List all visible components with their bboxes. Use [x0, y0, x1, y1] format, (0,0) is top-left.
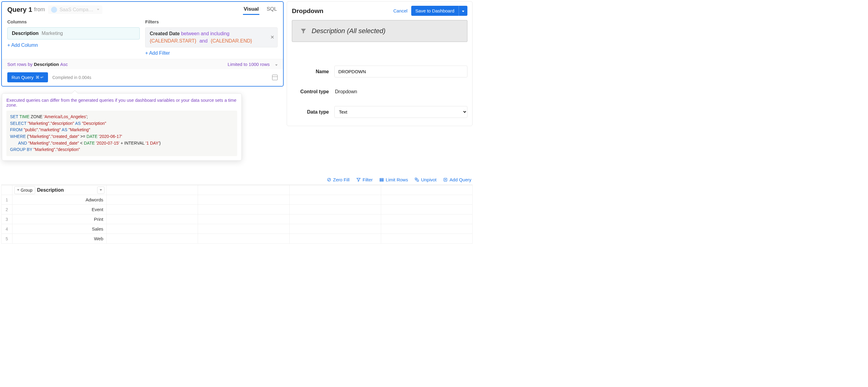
column-header-label: Description [37, 187, 97, 193]
row-index-header [2, 185, 12, 195]
sql-tooltip: Executed queries can differ from the gen… [2, 93, 242, 161]
query-title: Query 1 [7, 6, 32, 14]
row-index: 5 [2, 234, 12, 244]
filter-field: Created Date [150, 31, 180, 36]
datasource-icon [51, 7, 57, 13]
cell-description: Adwords [12, 195, 106, 205]
column-chip[interactable]: Description Marketing [7, 27, 140, 39]
limit-rows-button[interactable]: Limit Rows [379, 177, 408, 182]
row-index: 4 [2, 224, 12, 234]
sort-row[interactable]: Sort rows by Description Asc Limited to … [2, 59, 283, 69]
empty-col [106, 185, 198, 195]
run-query-button[interactable]: Run Query ⌘ ↵ [7, 72, 48, 82]
svg-line-1 [328, 179, 330, 180]
cancel-button[interactable]: Cancel [393, 8, 408, 13]
empty-col [381, 185, 472, 195]
filter-and: and [199, 38, 208, 43]
sort-column: Description [34, 62, 59, 67]
cell-description: Print [12, 214, 106, 224]
column-chip-sub: Marketing [41, 31, 63, 36]
cell-description: Sales [12, 224, 106, 234]
filter-var-end: {CALENDAR.END} [211, 38, 252, 43]
table-row[interactable]: 4 Sales [2, 224, 472, 234]
svg-rect-6 [417, 180, 419, 181]
zero-fill-icon [327, 177, 331, 182]
table-view-icon[interactable] [272, 75, 278, 80]
preview-text: Description (All selected) [312, 27, 385, 35]
chevron-down-icon [462, 11, 464, 12]
chevron-down-icon [100, 189, 102, 191]
filter-remove-icon[interactable]: ✕ [270, 34, 274, 41]
filter-button[interactable]: Filter [356, 177, 373, 182]
data-type-select[interactable]: Text [334, 106, 467, 118]
sort-prefix: Sort rows by [7, 62, 32, 67]
table-row[interactable]: 3 Print [2, 214, 472, 224]
rows-icon [379, 177, 384, 182]
control-type-value: Dropdown [334, 87, 358, 97]
columns-title: Columns [7, 19, 140, 24]
run-shortcut: ⌘ ↵ [35, 75, 44, 80]
column-header-description: Group Description [12, 185, 106, 195]
unpivot-icon [414, 177, 419, 182]
filter-icon [300, 28, 307, 34]
add-column-button[interactable]: + Add Column [7, 42, 38, 48]
column-chip-name: Description [12, 31, 38, 36]
datasource-selector[interactable]: SaaS Compa… [48, 5, 102, 14]
zero-fill-button[interactable]: Zero Fill [327, 177, 349, 182]
query-status: Completed in 0.004s [52, 75, 91, 80]
cell-description: Event [12, 205, 106, 214]
table-row[interactable]: 5 Web [2, 234, 472, 244]
row-limit[interactable]: Limited to 1000 rows [228, 62, 270, 67]
results-toolbar: Zero Fill Filter Limit Rows Unpivot Add … [1, 175, 472, 185]
control-type-label: Control type [292, 89, 334, 94]
empty-col [198, 185, 289, 195]
plus-icon [443, 177, 448, 182]
run-query-label: Run Query [11, 75, 34, 80]
panel-title: Dropdown [292, 7, 323, 14]
filter-chip[interactable]: Created Date between and including {CALE… [145, 27, 278, 48]
sort-direction: Asc [60, 62, 68, 67]
svg-rect-5 [415, 178, 417, 180]
datasource-name: SaaS Compa… [60, 7, 93, 12]
svg-rect-2 [380, 178, 383, 179]
name-label: Name [292, 69, 334, 75]
add-query-button[interactable]: Add Query [443, 177, 471, 182]
chevron-down-icon [17, 189, 20, 191]
chevron-down-icon[interactable] [275, 62, 278, 67]
save-to-dashboard-button[interactable]: Save to Dashboard [411, 6, 459, 16]
empty-col [289, 185, 381, 195]
tab-visual[interactable]: Visual [243, 4, 259, 15]
save-dropdown-button[interactable] [459, 6, 467, 16]
tab-sql[interactable]: SQL [266, 4, 278, 15]
data-type-label: Data type [292, 109, 334, 115]
results-table: Group Description 1 Adwords 2 Event 3 Pr… [1, 185, 472, 244]
table-row[interactable]: 2 Event [2, 205, 472, 214]
row-index: 1 [2, 195, 12, 205]
svg-rect-3 [380, 180, 383, 180]
group-toggle-button[interactable]: Group [14, 186, 35, 194]
row-index: 2 [2, 205, 12, 214]
filters-title: Filters [145, 19, 278, 24]
filter-icon [356, 177, 361, 182]
row-index: 3 [2, 214, 12, 224]
filter-var-start: {CALENDAR.START} [150, 38, 196, 43]
from-label: from [34, 6, 45, 13]
control-preview[interactable]: Description (All selected) [292, 20, 467, 42]
chevron-down-icon [97, 9, 99, 10]
cell-description: Web [12, 234, 106, 244]
sql-code: SET TIME ZONE 'America/Los_Angeles'; SEL… [6, 111, 237, 156]
dropdown-config-panel: Dropdown Cancel Save to Dashboard Descri… [287, 1, 472, 126]
name-input[interactable] [334, 66, 467, 78]
query-panel: Query 1 from SaaS Compa… Visual SQL Colu… [1, 1, 284, 87]
table-row[interactable]: 1 Adwords [2, 195, 472, 205]
add-filter-button[interactable]: + Add Filter [145, 51, 170, 56]
sql-note: Executed queries can differ from the gen… [6, 98, 237, 108]
svg-rect-4 [380, 181, 383, 182]
filter-operator: between and including [181, 31, 229, 36]
column-sort-button[interactable] [97, 186, 104, 194]
unpivot-button[interactable]: Unpivot [414, 177, 436, 182]
